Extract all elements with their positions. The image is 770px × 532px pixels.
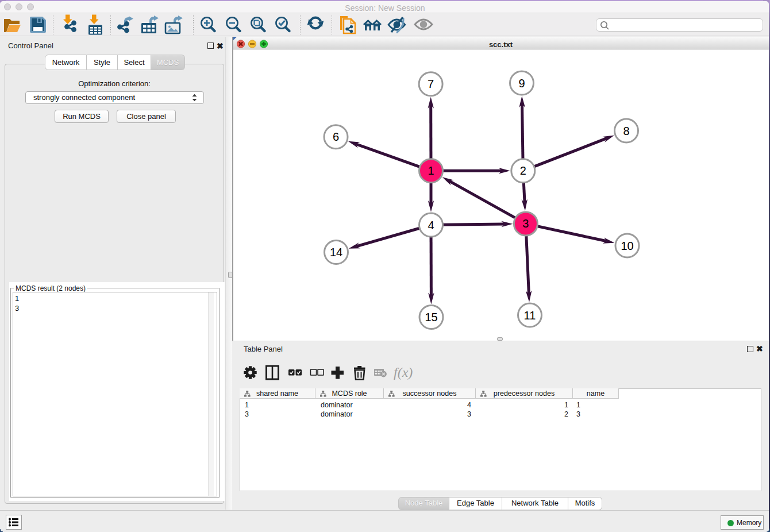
- svg-text:4: 4: [428, 219, 434, 232]
- svg-text:f(x): f(x): [394, 365, 413, 380]
- svg-text:10: 10: [621, 240, 633, 252]
- svg-text:1: 1: [428, 164, 434, 177]
- svg-text:6: 6: [333, 130, 339, 143]
- svg-text:15: 15: [425, 311, 437, 323]
- svg-text:14: 14: [330, 246, 342, 259]
- svg-text:3: 3: [522, 217, 529, 230]
- svg-text:9: 9: [518, 77, 525, 90]
- svg-text:8: 8: [623, 125, 629, 137]
- svg-text:2: 2: [520, 164, 526, 177]
- svg-text:7: 7: [428, 78, 434, 90]
- svg-text:11: 11: [524, 309, 536, 322]
